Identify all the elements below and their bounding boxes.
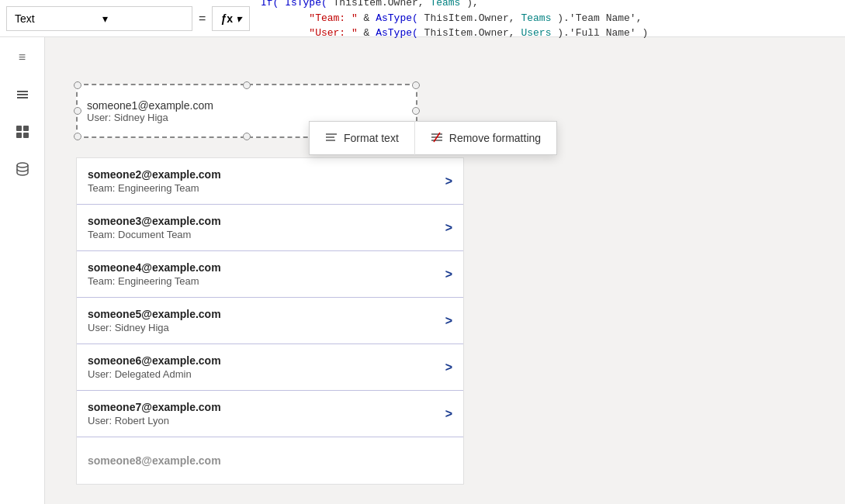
left-sidebar: ≡: [0, 37, 45, 504]
formula-paren1: ),: [460, 0, 478, 9]
formula-if: If(: [261, 0, 279, 9]
formula-teams2: Teams: [521, 12, 551, 24]
list-item-sub: Team: Engineering Team: [88, 182, 445, 194]
list-item[interactable]: someone2@example.com Team: Engineering T…: [77, 158, 463, 205]
list-item-content: someone7@example.com User: Robert Lyon: [88, 401, 445, 426]
sidebar-layers-icon[interactable]: [12, 84, 33, 105]
format-text-button[interactable]: Format text: [310, 121, 415, 155]
formula-users: Users: [521, 27, 551, 39]
equals-sign: =: [196, 12, 209, 26]
list-item-email: someone4@example.com: [88, 261, 445, 274]
formula-userstr: "User: ": [309, 27, 357, 39]
sidebar-components-icon[interactable]: [12, 121, 33, 143]
list-item-email: someone8@example.com: [88, 454, 452, 467]
list-item[interactable]: someone6@example.com User: Delegated Adm…: [77, 344, 463, 391]
svg-rect-2: [17, 97, 28, 98]
fx-button[interactable]: ƒx ▾: [212, 6, 250, 31]
formula-thisitem1: ThisItem.Owner,: [327, 0, 431, 9]
remove-formatting-button[interactable]: Remove formatting: [415, 121, 556, 155]
list-item-sub: User: Robert Lyon: [88, 415, 445, 426]
svg-point-7: [17, 163, 28, 167]
list-container: someone2@example.com Team: Engineering T…: [76, 157, 464, 485]
fx-label: ƒx: [220, 12, 233, 25]
resize-handle-mr[interactable]: [412, 107, 420, 115]
formula-indent1: [261, 12, 309, 24]
chevron-right-icon: >: [445, 268, 452, 281]
format-popup: Format text Remove formatting: [309, 121, 557, 155]
resize-handle-bl[interactable]: [74, 133, 81, 140]
list-item-sub: Team: Engineering Team: [88, 275, 445, 287]
remove-formatting-label: Remove formatting: [449, 132, 541, 144]
list-item-sub: User: Delegated Admin: [88, 368, 445, 380]
formula-fullname: ).'Full Name' ): [551, 27, 648, 39]
list-item-sub: User: Sidney Higa: [88, 322, 445, 333]
list-item-email: someone5@example.com: [88, 308, 445, 320]
list-item-content: someone3@example.com Team: Document Team: [88, 215, 445, 240]
main-area: someone1@example.com User: Sidney Higa F…: [45, 37, 845, 504]
chevron-right-icon: >: [445, 314, 452, 328]
resize-handle-ml[interactable]: [74, 107, 81, 115]
list-item-sub: Team: Document Team: [88, 229, 445, 240]
formula-bar[interactable]: If( IsType( ThisItem.Owner, Teams ), "Te…: [253, 0, 839, 44]
sidebar-data-icon[interactable]: [12, 158, 33, 180]
control-email: someone1@example.com: [87, 99, 407, 112]
list-item-content: someone2@example.com Team: Engineering T…: [88, 168, 445, 194]
svg-rect-1: [17, 94, 28, 95]
chevron-right-icon: >: [445, 361, 452, 375]
list-item-email: someone7@example.com: [88, 401, 445, 413]
list-item-email: someone2@example.com: [88, 168, 445, 181]
list-item-content: someone4@example.com Team: Engineering T…: [88, 261, 445, 287]
list-item-content: someone6@example.com User: Delegated Adm…: [88, 354, 445, 380]
remove-format-icon: [431, 132, 443, 145]
list-item[interactable]: someone8@example.com: [77, 437, 463, 484]
chevron-down-icon: ▾: [102, 12, 184, 25]
list-item-email: someone6@example.com: [88, 354, 445, 367]
fx-chevron-icon: ▾: [236, 12, 241, 25]
svg-rect-3: [16, 126, 22, 131]
svg-rect-0: [17, 91, 28, 92]
resize-handle-tl[interactable]: [74, 81, 81, 89]
chevron-right-icon: >: [445, 221, 452, 235]
list-item[interactable]: someone7@example.com User: Robert Lyon >: [77, 391, 463, 437]
formula-amp2: &: [358, 27, 376, 39]
formula-astype1: AsType(: [376, 12, 418, 24]
formula-thisitem2: ThisItem.Owner,: [418, 12, 521, 24]
svg-rect-6: [23, 133, 29, 138]
svg-rect-4: [23, 126, 29, 131]
chevron-right-icon: >: [445, 174, 452, 188]
field-selector[interactable]: Text ▾: [6, 6, 192, 31]
resize-handle-bm[interactable]: [243, 133, 251, 140]
format-text-label: Format text: [344, 132, 399, 144]
format-text-icon: [325, 132, 338, 145]
chevron-right-icon: >: [445, 407, 452, 421]
formula-amp1: &: [358, 12, 376, 24]
field-selector-label: Text: [15, 12, 96, 25]
canvas-area: someone1@example.com User: Sidney Higa F…: [45, 37, 845, 504]
formula-thisitem3: ThisItem.Owner,: [418, 27, 521, 39]
toolbar: Text ▾ = ƒx ▾ If( IsType( ThisItem.Owner…: [0, 0, 845, 37]
formula-teamname: ).'Team Name',: [551, 12, 642, 24]
formula-astype2: AsType(: [376, 27, 418, 39]
formula-indent2: [261, 27, 309, 39]
list-item[interactable]: someone3@example.com Team: Document Team…: [77, 205, 463, 251]
list-item[interactable]: someone5@example.com User: Sidney Higa >: [77, 298, 463, 344]
list-item-email: someone3@example.com: [88, 215, 445, 227]
formula-teams1: Teams: [430, 0, 460, 9]
formula-teamstr: "Team: ": [309, 12, 357, 24]
formula-istype: IsType(: [279, 0, 327, 9]
list-item[interactable]: someone4@example.com Team: Engineering T…: [77, 251, 463, 298]
resize-handle-tm[interactable]: [243, 81, 251, 89]
sidebar-menu-icon[interactable]: ≡: [12, 47, 33, 68]
svg-rect-5: [16, 133, 22, 138]
resize-handle-tr[interactable]: [412, 81, 420, 89]
list-item-content: someone8@example.com: [88, 454, 452, 467]
list-item-content: someone5@example.com User: Sidney Higa: [88, 308, 445, 333]
